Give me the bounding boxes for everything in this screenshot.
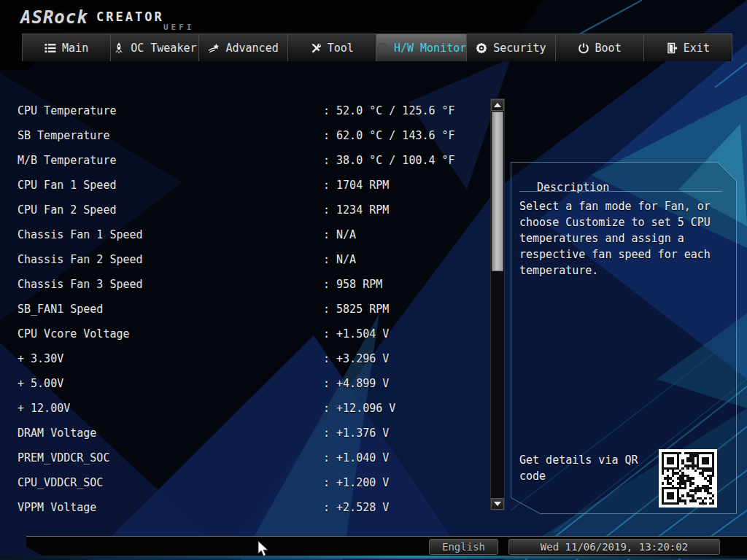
tab-oc-tweaker[interactable]: OC Tweaker	[111, 34, 199, 61]
tab-security[interactable]: Security	[467, 34, 555, 61]
description-title: Description	[537, 181, 609, 194]
tab-boot[interactable]: Boot	[556, 34, 644, 61]
monitor-row-mb-temp: M/B Temperature: 38.0 °C / 100.4 °F	[0, 149, 481, 174]
row-value: : 1234 RPM	[323, 199, 389, 221]
row-value: : +1.200 V	[323, 472, 389, 494]
tab-tool[interactable]: Tool	[288, 34, 376, 61]
uefi-label: UEFI	[163, 23, 195, 32]
row-value: : 38.0 °C / 100.4 °F	[323, 149, 455, 171]
asrock-logo: ASRock	[20, 7, 88, 28]
monitor-row-vppm: VPPM Voltage: +2.528 V	[0, 497, 481, 521]
row-value: : 1704 RPM	[323, 174, 389, 196]
row-value: : +4.899 V	[323, 373, 389, 394]
row-value: : 5825 RPM	[323, 298, 389, 320]
row-label: Chassis Fan 1 Speed	[18, 224, 143, 246]
tab-main[interactable]: Main	[22, 34, 111, 61]
bottom-accent-strip	[0, 556, 747, 559]
up-arrow-icon	[494, 103, 501, 107]
tab-bar: Main OC Tweaker Advanced Tool	[22, 34, 732, 61]
row-label: CPU Fan 2 Speed	[18, 199, 116, 221]
row-value: : +1.376 V	[323, 422, 389, 444]
monitor-row-dram: DRAM Voltage: +1.376 V	[0, 422, 481, 447]
row-label: CPU Fan 1 Speed	[18, 174, 116, 196]
door-icon	[666, 42, 678, 54]
row-value: : N/A	[323, 249, 356, 271]
row-value: : 62.0 °C / 143.6 °F	[323, 125, 455, 147]
list-icon	[44, 42, 56, 54]
gauge-icon	[376, 42, 388, 54]
row-label: CPU Vcore Voltage	[18, 323, 130, 345]
hw-monitor-list: CPU Temperature: 52.0 °C / 125.6 °F SB T…	[0, 100, 481, 521]
monitor-row-cpu-fan2: CPU Fan 2 Speed: 1234 RPM	[0, 199, 481, 224]
power-icon	[578, 42, 589, 54]
row-value: : 52.0 °C / 125.6 °F	[323, 100, 455, 122]
monitor-row-cpu-fan1: CPU Fan 1 Speed: 1704 RPM	[0, 174, 481, 199]
monitor-row-5v: + 5.00V: +4.899 V	[0, 373, 481, 397]
row-label: Chassis Fan 3 Speed	[18, 273, 143, 295]
tab-label: Main	[62, 42, 88, 55]
monitor-row-12v: + 12.00V: +12.096 V	[0, 397, 481, 422]
qr-code	[659, 449, 717, 508]
description-panel: Description Select a fan mode for Fan, o…	[511, 162, 737, 514]
scrollbar-thumb[interactable]	[492, 112, 503, 271]
row-label: M/B Temperature	[18, 149, 116, 171]
language-button[interactable]: English	[429, 539, 498, 555]
tab-label: Security	[493, 42, 546, 55]
tab-label: Boot	[595, 42, 622, 55]
row-label: + 5.00V	[18, 373, 63, 394]
tab-label: Tool	[328, 42, 354, 55]
monitor-row-3v3: + 3.30V: +3.296 V	[0, 348, 481, 373]
row-value: : +1.040 V	[323, 447, 389, 469]
row-label: SB_FAN1 Speed	[18, 298, 103, 320]
scrollbar[interactable]	[490, 98, 505, 510]
tools-icon	[310, 42, 322, 54]
monitor-row-chassis-fan1: Chassis Fan 1 Speed: N/A	[0, 224, 481, 249]
row-value: : +1.504 V	[323, 323, 389, 345]
row-label: Chassis Fan 2 Speed	[18, 249, 143, 271]
row-value: : 958 RPM	[323, 273, 382, 295]
monitor-row-cpu-temp: CPU Temperature: 52.0 °C / 125.6 °F	[0, 100, 481, 125]
scroll-up-button[interactable]	[491, 99, 504, 111]
datetime-display: Wed 11/06/2019, 13:20:02	[508, 539, 720, 555]
tab-exit[interactable]: Exit	[644, 34, 732, 61]
row-label: CPU Temperature	[18, 100, 116, 122]
row-label: CPU_VDDCR_SOC	[18, 472, 103, 494]
row-label: SB Temperature	[18, 125, 109, 147]
row-value: : +12.096 V	[323, 397, 395, 419]
row-label: VPPM Voltage	[18, 497, 96, 518]
description-text: Select a fan mode for Fan, or choose Cus…	[519, 198, 728, 279]
monitor-row-prem-vddcr-soc: PREM_VDDCR_SOC: +1.040 V	[0, 447, 481, 472]
down-arrow-icon	[494, 502, 501, 506]
scroll-down-button[interactable]	[491, 498, 504, 510]
qr-caption: Get details via QR code	[519, 452, 638, 484]
row-label: + 3.30V	[18, 348, 63, 370]
footer-divider	[26, 536, 747, 537]
badge-icon	[476, 42, 487, 54]
monitor-row-chassis-fan2: Chassis Fan 2 Speed: N/A	[0, 249, 481, 273]
monitor-row-sb-temp: SB Temperature: 62.0 °C / 143.6 °F	[0, 125, 481, 149]
tab-label: OC Tweaker	[131, 42, 196, 55]
rocket-icon	[113, 42, 125, 54]
monitor-row-cpu-vddcr-soc: CPU_VDDCR_SOC: +1.200 V	[0, 472, 481, 497]
uefi-screen: ASRock CREATOR UEFI Main OC Tweaker	[0, 0, 747, 560]
row-value: : N/A	[323, 224, 356, 246]
tab-hw-monitor[interactable]: H/W Monitor	[376, 34, 467, 61]
row-label: DRAM Voltage	[18, 422, 96, 444]
shooting-star-icon	[208, 42, 220, 54]
tab-label: H/W Monitor	[394, 42, 466, 55]
row-value: : +3.296 V	[323, 348, 389, 370]
monitor-row-sb-fan1: SB_FAN1 Speed: 5825 RPM	[0, 298, 481, 323]
title-divider	[519, 191, 722, 192]
row-value: : +2.528 V	[323, 497, 389, 518]
row-label: PREM_VDDCR_SOC	[18, 447, 109, 469]
monitor-row-chassis-fan3: Chassis Fan 3 Speed: 958 RPM	[0, 273, 481, 298]
tab-advanced[interactable]: Advanced	[199, 34, 287, 61]
row-label: + 12.00V	[18, 397, 70, 419]
tab-label: Advanced	[225, 42, 278, 55]
monitor-row-vcore: CPU Vcore Voltage: +1.504 V	[0, 323, 481, 348]
product-name: CREATOR	[96, 9, 164, 24]
tab-label: Exit	[684, 42, 710, 55]
